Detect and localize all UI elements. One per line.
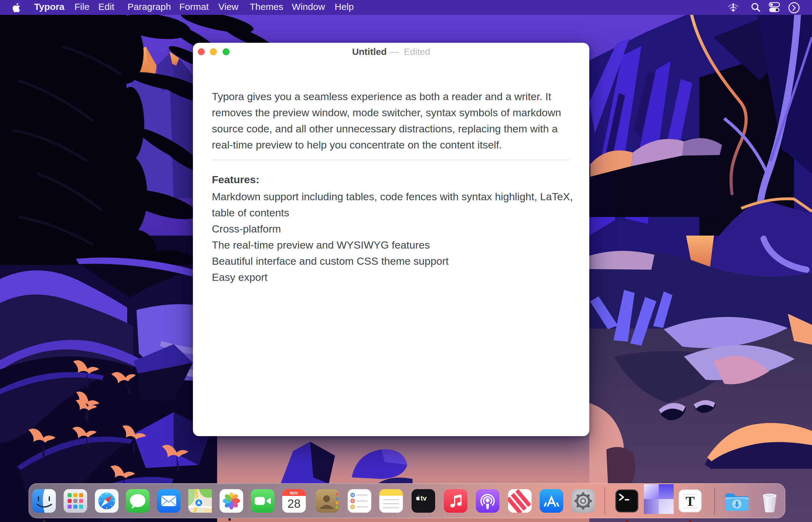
svg-text:tv: tv xyxy=(421,495,427,502)
svg-text:28: 28 xyxy=(288,497,301,510)
svg-text:T: T xyxy=(685,494,694,509)
svg-text:NOV: NOV xyxy=(290,491,298,495)
